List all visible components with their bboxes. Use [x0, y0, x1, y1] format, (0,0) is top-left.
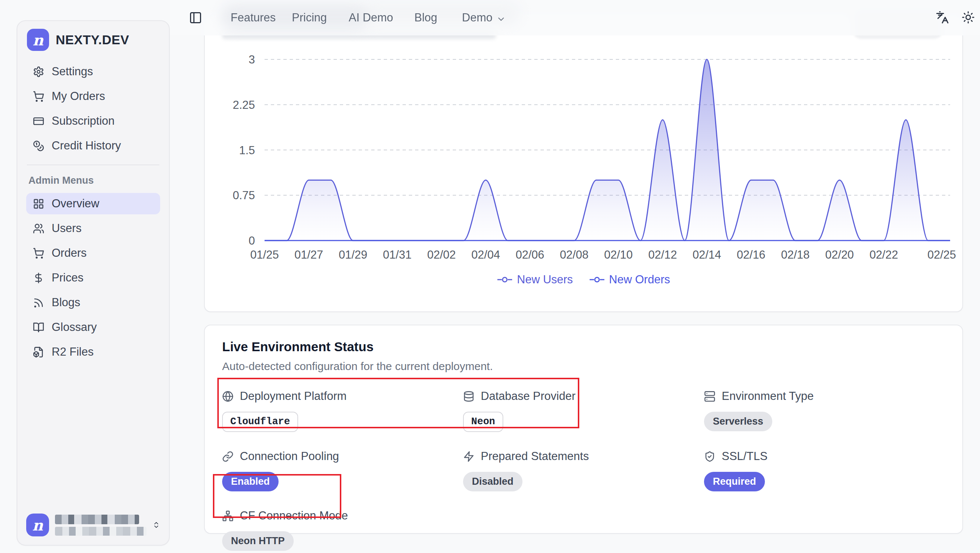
svg-text:01/27: 01/27 [294, 248, 323, 261]
theme-sun-icon[interactable] [962, 11, 975, 24]
nav-item-features[interactable]: Features [231, 11, 292, 24]
sidebar-item-my-orders[interactable]: My Orders [26, 86, 160, 107]
credit-card-icon [33, 116, 44, 127]
sidebar-item-subscription[interactable]: Subscription [26, 110, 160, 132]
annotation-box-cf-connection-mode [213, 474, 341, 518]
env-item-label: Connection Pooling [240, 450, 339, 463]
nav-item-ai-demo[interactable]: AI Demo [349, 11, 414, 24]
redacted-user-email [55, 527, 146, 536]
sidebar-divider [27, 165, 159, 165]
env-item-label: Environment Type [722, 389, 814, 403]
line-dot-marker-icon [497, 276, 512, 284]
nav-links: Features Pricing AI Demo Blog Demo [231, 0, 506, 35]
status-badge: Required [704, 472, 765, 491]
env-item-label: SSL/TLS [722, 450, 767, 463]
avatar: n [26, 513, 49, 536]
zap-icon [463, 451, 474, 462]
sidebar-item-overview[interactable]: Overview [26, 193, 160, 215]
users-orders-chart-card: 00.751.52.25301/2501/2701/2901/3102/0202… [204, 15, 963, 312]
brand: n NEXTY.DEV [27, 29, 160, 51]
sidebar-item-orders[interactable]: Orders [26, 242, 160, 264]
svg-text:0.75: 0.75 [233, 189, 255, 202]
sidebar-item-credit-history[interactable]: Credit History [26, 135, 160, 156]
nav-item-blog[interactable]: Blog [414, 11, 462, 24]
brand-logo-icon: n [27, 29, 49, 51]
cart-icon [33, 248, 44, 259]
sidebar-item-label: Orders [52, 246, 87, 260]
file-box-icon [33, 346, 44, 358]
link-icon [222, 451, 234, 462]
nav-item-pricing[interactable]: Pricing [292, 11, 349, 24]
svg-text:01/31: 01/31 [383, 248, 412, 261]
sidebar-item-label: Settings [52, 65, 93, 78]
sidebar-item-label: Overview [52, 197, 99, 210]
line-dot-marker-icon [589, 276, 605, 284]
svg-text:01/25: 01/25 [250, 248, 279, 261]
env-card-title: Live Environment Status [222, 339, 945, 354]
svg-text:02/25: 02/25 [927, 248, 956, 261]
svg-text:02/12: 02/12 [648, 248, 677, 261]
coins-icon [33, 140, 44, 152]
redacted-user-name [55, 515, 139, 524]
sidebar-item-label: Prices [52, 271, 83, 284]
chevrons-up-down-icon [153, 519, 160, 531]
svg-text:02/10: 02/10 [604, 248, 633, 261]
dollar-icon [33, 272, 44, 284]
svg-text:02/02: 02/02 [427, 248, 456, 261]
svg-text:2.25: 2.25 [233, 99, 255, 111]
sidebar-item-label: Subscription [52, 114, 115, 128]
status-badge: Serverless [704, 412, 772, 431]
users-icon [33, 223, 44, 234]
chart-legend: New Users New Orders [205, 273, 962, 286]
sidebar-item-label: Blogs [52, 296, 80, 309]
user-menu[interactable]: n [26, 511, 160, 539]
svg-text:02/06: 02/06 [515, 248, 544, 261]
nav-item-demo-dropdown[interactable]: Demo [462, 11, 506, 24]
sidebar-item-r2-files[interactable]: R2 Files [26, 341, 160, 362]
server-icon [704, 391, 716, 402]
env-item-prepared-statements: Prepared Statements Disabled [463, 450, 704, 491]
svg-text:02/22: 02/22 [869, 248, 898, 261]
gear-icon [33, 66, 44, 78]
sidebar-item-blogs[interactable]: Blogs [26, 292, 160, 313]
env-item-label: Prepared Statements [481, 450, 589, 463]
annotation-box-platform-database [217, 378, 579, 428]
grid-icon [33, 198, 44, 210]
sidebar-toggle-icon[interactable] [189, 11, 202, 24]
svg-text:02/08: 02/08 [560, 248, 589, 261]
svg-text:0: 0 [249, 234, 255, 247]
env-card-subtitle: Auto-detected configuration for the curr… [222, 360, 945, 373]
sidebar-item-label: My Orders [52, 90, 105, 103]
sidebar-item-label: Users [52, 222, 81, 235]
sidebar-item-users[interactable]: Users [26, 218, 160, 239]
svg-text:01/29: 01/29 [339, 248, 368, 261]
top-navigation: Features Pricing AI Demo Blog Demo [170, 0, 980, 35]
legend-label: New Users [517, 273, 573, 286]
svg-text:3: 3 [249, 53, 255, 66]
sidebar-item-settings[interactable]: Settings [26, 61, 160, 82]
legend-label: New Orders [609, 273, 670, 286]
svg-text:1.5: 1.5 [239, 144, 255, 157]
legend-item-new-orders[interactable]: New Orders [589, 273, 670, 286]
svg-text:02/04: 02/04 [472, 248, 500, 261]
user-identity [55, 515, 146, 536]
rss-icon [33, 297, 44, 308]
nav-item-label: Demo [462, 11, 493, 24]
users-orders-chart: 00.751.52.25301/2501/2701/2901/3102/0202… [205, 16, 962, 313]
sidebar-section-label: Admin Menus [29, 175, 158, 186]
sidebar: n NEXTY.DEV Settings My Orders Subscript… [17, 20, 170, 546]
svg-text:02/18: 02/18 [781, 248, 810, 261]
sidebar-item-label: Credit History [52, 139, 121, 153]
brand-name: NEXTY.DEV [56, 32, 129, 47]
status-badge: Disabled [463, 472, 522, 491]
svg-text:02/16: 02/16 [737, 248, 765, 261]
status-badge: Neon HTTP [222, 531, 294, 551]
sidebar-item-glossary[interactable]: Glossary [26, 316, 160, 338]
sidebar-item-label: R2 Files [52, 345, 94, 359]
screen: n NEXTY.DEV Settings My Orders Subscript… [0, 0, 980, 553]
legend-item-new-users[interactable]: New Users [497, 273, 573, 286]
language-icon[interactable] [936, 11, 949, 24]
book-open-icon [33, 322, 44, 333]
sidebar-item-prices[interactable]: Prices [26, 267, 160, 289]
chevron-down-icon [496, 14, 506, 23]
